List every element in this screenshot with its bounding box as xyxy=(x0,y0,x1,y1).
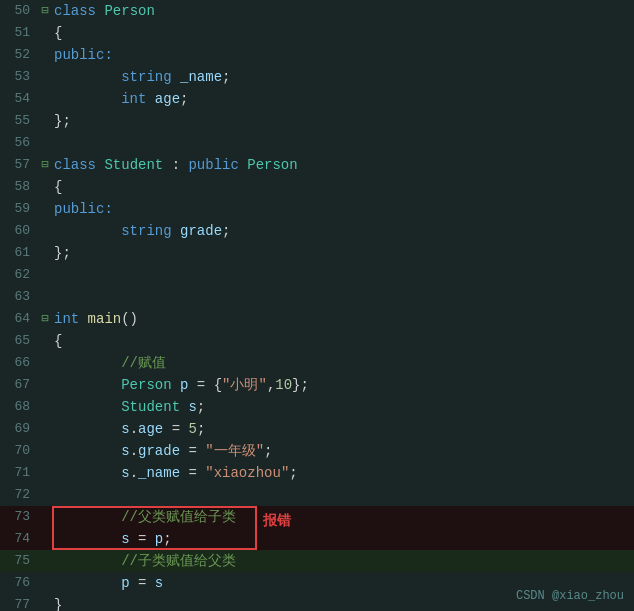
code-line: 65 { xyxy=(0,330,634,352)
code-line: 51 { xyxy=(0,22,634,44)
line-number: 71 xyxy=(0,462,38,484)
code-content: //父类赋值给子类 xyxy=(52,506,634,528)
code-line: 62 xyxy=(0,264,634,286)
line-number: 75 xyxy=(0,550,38,572)
code-content: int main() xyxy=(52,308,634,330)
code-area: 50⊟class Person51 {52 public:53 string _… xyxy=(0,0,634,611)
code-line: 50⊟class Person xyxy=(0,0,634,22)
code-content: class Person xyxy=(52,0,634,22)
code-editor: 50⊟class Person51 {52 public:53 string _… xyxy=(0,0,634,611)
error-block: 73 //父类赋值给子类74 s = p;报错 xyxy=(0,506,634,550)
line-number: 64 xyxy=(0,308,38,330)
line-number: 73 xyxy=(0,506,38,528)
code-line: 58 { xyxy=(0,176,634,198)
watermark: CSDN @xiao_zhou xyxy=(516,589,624,603)
code-content: s.grade = "一年级"; xyxy=(52,440,634,462)
line-number: 76 xyxy=(0,572,38,594)
code-content: }; xyxy=(52,110,634,132)
line-number: 58 xyxy=(0,176,38,198)
code-content: s.age = 5; xyxy=(52,418,634,440)
code-line: 70 s.grade = "一年级"; xyxy=(0,440,634,462)
line-number: 66 xyxy=(0,352,38,374)
code-line: 55 }; xyxy=(0,110,634,132)
code-line: 54 int age; xyxy=(0,88,634,110)
line-number: 74 xyxy=(0,528,38,550)
code-line: 64⊟int main() xyxy=(0,308,634,330)
error-label: 报错 xyxy=(263,512,291,530)
code-line: 73 //父类赋值给子类 xyxy=(0,506,634,528)
line-number: 51 xyxy=(0,22,38,44)
line-number: 53 xyxy=(0,66,38,88)
code-content: public: xyxy=(52,44,634,66)
code-line: 63 xyxy=(0,286,634,308)
code-content: string _name; xyxy=(52,66,634,88)
code-line: 53 string _name; xyxy=(0,66,634,88)
code-line: 60 string grade; xyxy=(0,220,634,242)
line-number: 70 xyxy=(0,440,38,462)
code-line: 72 xyxy=(0,484,634,506)
line-number: 52 xyxy=(0,44,38,66)
line-number: 55 xyxy=(0,110,38,132)
code-line: 56 xyxy=(0,132,634,154)
code-line: 66 //赋值 xyxy=(0,352,634,374)
line-number: 63 xyxy=(0,286,38,308)
line-number: 72 xyxy=(0,484,38,506)
code-line: 75 //子类赋值给父类 xyxy=(0,550,634,572)
code-content: string grade; xyxy=(52,220,634,242)
fold-icon[interactable]: ⊟ xyxy=(38,308,52,330)
code-content: int age; xyxy=(52,88,634,110)
code-line: 68 Student s; xyxy=(0,396,634,418)
code-line: 59 public: xyxy=(0,198,634,220)
line-number: 62 xyxy=(0,264,38,286)
line-number: 61 xyxy=(0,242,38,264)
line-number: 60 xyxy=(0,220,38,242)
code-line: 57⊟class Student : public Person xyxy=(0,154,634,176)
code-line: 61 }; xyxy=(0,242,634,264)
line-number: 67 xyxy=(0,374,38,396)
line-number: 57 xyxy=(0,154,38,176)
code-content: //子类赋值给父类 xyxy=(52,550,634,572)
code-content: s = p; xyxy=(52,528,634,550)
code-line: 52 public: xyxy=(0,44,634,66)
line-number: 59 xyxy=(0,198,38,220)
code-content: Student s; xyxy=(52,396,634,418)
code-content: { xyxy=(52,330,634,352)
code-content: { xyxy=(52,22,634,44)
fold-icon[interactable]: ⊟ xyxy=(38,154,52,176)
line-number: 68 xyxy=(0,396,38,418)
line-number: 65 xyxy=(0,330,38,352)
code-line: 69 s.age = 5; xyxy=(0,418,634,440)
line-number: 69 xyxy=(0,418,38,440)
code-content: Person p = {"小明",10}; xyxy=(52,374,634,396)
code-line: 71 s._name = "xiaozhou"; xyxy=(0,462,634,484)
code-content: }; xyxy=(52,242,634,264)
line-number: 54 xyxy=(0,88,38,110)
line-number: 50 xyxy=(0,0,38,22)
code-content: s._name = "xiaozhou"; xyxy=(52,462,634,484)
code-line: 67 Person p = {"小明",10}; xyxy=(0,374,634,396)
fold-icon[interactable]: ⊟ xyxy=(38,0,52,22)
line-number: 77 xyxy=(0,594,38,611)
code-content: //赋值 xyxy=(52,352,634,374)
code-content: { xyxy=(52,176,634,198)
code-content: public: xyxy=(52,198,634,220)
line-number: 56 xyxy=(0,132,38,154)
code-line: 74 s = p; xyxy=(0,528,634,550)
code-content: class Student : public Person xyxy=(52,154,634,176)
